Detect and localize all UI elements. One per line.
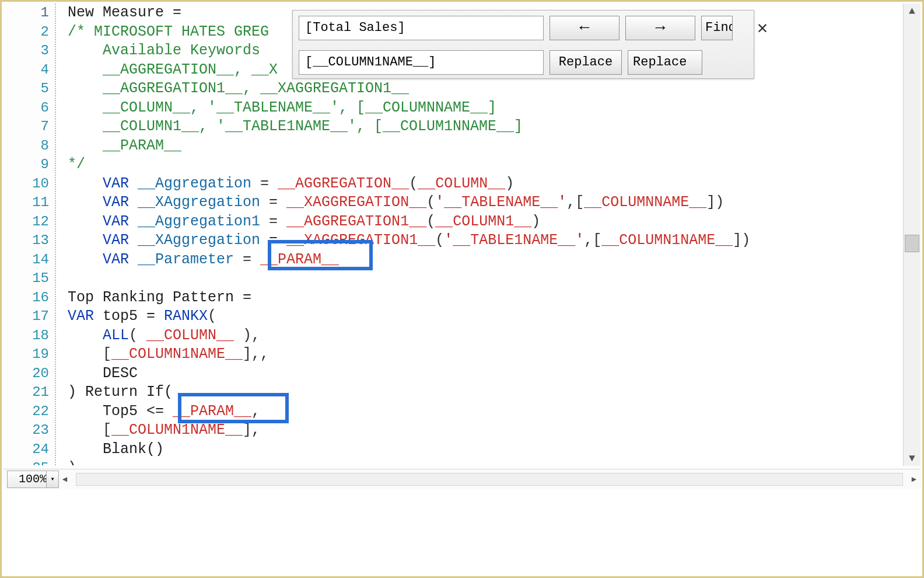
line-number: 11 xyxy=(4,193,55,213)
line-number: 16 xyxy=(4,288,55,308)
code-line: __AGGREGATION1__, __XAGGREGATION1__ xyxy=(57,79,901,99)
line-number: 14 xyxy=(4,250,55,270)
code-line: VAR top5 = RANKX( xyxy=(57,307,901,326)
scrollbar-track[interactable] xyxy=(904,19,921,451)
find-next-button[interactable]: → xyxy=(625,16,695,40)
code-line: __COLUMN__, '__TABLENAME__', [__COLUMNNA… xyxy=(57,99,901,118)
find-replace-panel: ← → Find Replace Replace ✕ xyxy=(292,10,754,79)
replace-button[interactable]: Replace xyxy=(550,50,622,75)
chevron-down-icon: ▼ xyxy=(909,452,915,464)
scrollbar-thumb[interactable] xyxy=(905,235,919,252)
arrow-left-icon: ← xyxy=(580,19,590,37)
code-line: VAR __Parameter = __PARAM__ xyxy=(57,250,901,270)
code-line: VAR __Aggregation1 = __AGGREGATION1__(__… xyxy=(57,213,901,232)
hscroll-right-button[interactable]: ▶ xyxy=(908,473,921,486)
code-line: Top5 <= __PARAM__, xyxy=(57,402,901,422)
line-number: 21 xyxy=(4,383,55,402)
line-number: 5 xyxy=(4,79,55,99)
line-number: 2 xyxy=(4,23,55,42)
line-number: 9 xyxy=(4,155,55,175)
code-line: [__COLUMN1NAME__],, xyxy=(57,345,901,364)
line-number: 24 xyxy=(4,440,55,459)
line-number: 17 xyxy=(4,307,55,326)
line-number: 6 xyxy=(4,99,55,118)
line-number: 10 xyxy=(4,175,55,194)
code-line: ) xyxy=(57,459,901,465)
code-line: Top Ranking Pattern = xyxy=(57,288,901,308)
line-number: 4 xyxy=(4,61,55,80)
line-number: 23 xyxy=(4,421,55,440)
lower-panel xyxy=(4,490,921,576)
code-line: VAR __XAggregation = __XAGGREGATION__('_… xyxy=(57,193,901,213)
line-number: 1 xyxy=(4,4,55,23)
code-line: [__COLUMN1NAME__], xyxy=(57,421,901,440)
line-number: 19 xyxy=(4,345,55,364)
find-button[interactable]: Find xyxy=(701,16,733,40)
line-number-gutter: 1 2 3 4 5 6 7 8 9 10 11 12 13 14 15 16 1… xyxy=(4,4,56,465)
find-previous-button[interactable]: ← xyxy=(550,16,620,40)
line-number: 7 xyxy=(4,117,55,137)
replace-input[interactable] xyxy=(299,50,544,75)
hscroll-left-button[interactable]: ◀ xyxy=(58,473,71,486)
code-line: __COLUMN1__, '__TABLE1NAME__', [__COLUM1… xyxy=(57,117,901,137)
chevron-down-icon[interactable]: ▾ xyxy=(46,471,59,488)
close-icon: ✕ xyxy=(757,19,768,39)
line-number: 25 xyxy=(4,459,55,465)
code-line: Blank() xyxy=(57,440,901,459)
vertical-scrollbar[interactable]: ▲ ▼ xyxy=(903,4,921,466)
status-bar: 100% ▾ ◀ ▶ xyxy=(4,469,921,489)
find-input[interactable] xyxy=(299,16,544,40)
code-line: */ xyxy=(57,155,901,175)
chevron-up-icon: ▲ xyxy=(909,5,915,17)
line-number: 20 xyxy=(4,364,55,384)
code-line: ALL( __COLUMN__ ), xyxy=(57,326,901,346)
arrow-right-icon: → xyxy=(656,19,666,37)
line-number: 18 xyxy=(4,326,55,346)
horizontal-scrollbar[interactable] xyxy=(76,473,903,486)
line-number: 8 xyxy=(4,137,55,156)
line-number: 12 xyxy=(4,213,55,232)
code-line xyxy=(57,269,901,288)
line-number: 15 xyxy=(4,269,55,288)
scroll-down-button[interactable]: ▼ xyxy=(904,451,921,466)
zoom-level-dropdown[interactable]: 100% ▾ xyxy=(7,471,58,488)
scroll-up-button[interactable]: ▲ xyxy=(904,4,921,19)
line-number: 22 xyxy=(4,402,55,422)
line-number: 3 xyxy=(4,41,55,61)
zoom-level-value: 100% xyxy=(19,472,47,486)
code-line: VAR __Aggregation = __AGGREGATION__(__CO… xyxy=(57,175,901,194)
close-find-panel-button[interactable]: ✕ xyxy=(752,19,772,39)
code-line: ) Return If( xyxy=(57,383,901,402)
replace-all-button[interactable]: Replace xyxy=(628,50,702,75)
code-line: DESC xyxy=(57,364,901,384)
line-number: 13 xyxy=(4,231,55,250)
code-line: __PARAM__ xyxy=(57,137,901,156)
code-line: VAR __XAggregation = __XAGGREGATION1__('… xyxy=(57,231,901,250)
